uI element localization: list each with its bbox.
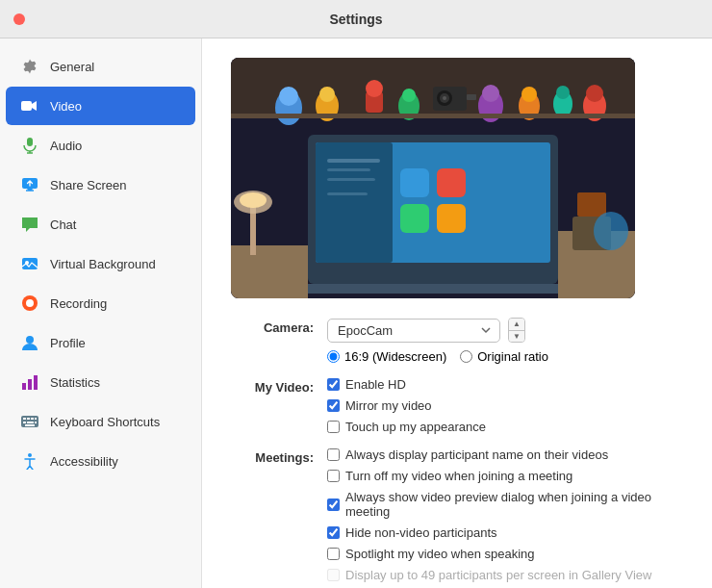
camera-preview (231, 58, 635, 298)
svg-rect-54 (400, 204, 429, 233)
camera-select-wrap: EpocCam FaceTime HD Camera Integrated Ca… (327, 318, 683, 343)
sidebar-item-virtual-background[interactable]: Virtual Background (6, 244, 195, 283)
sidebar-label-audio: Audio (50, 139, 82, 153)
svg-point-44 (556, 86, 570, 99)
svg-rect-67 (577, 192, 606, 217)
recording-icon (19, 293, 40, 314)
sidebar-item-video[interactable]: Video (6, 87, 195, 125)
svg-rect-38 (467, 94, 476, 100)
svg-point-27 (279, 87, 298, 106)
arrow-up-icon[interactable]: ▲ (509, 319, 524, 331)
svg-point-37 (443, 96, 446, 100)
svg-point-68 (594, 212, 628, 250)
sidebar-item-audio[interactable]: Audio (6, 126, 195, 165)
sidebar-item-statistics[interactable]: Statistics (6, 363, 195, 401)
sidebar-item-chat[interactable]: Chat (6, 205, 195, 243)
my-video-label: My Video: (231, 377, 327, 395)
svg-point-42 (521, 87, 537, 102)
video-icon (19, 95, 40, 116)
mirror-video-label: Mirror my video (345, 398, 432, 413)
svg-rect-2 (27, 138, 33, 146)
svg-point-29 (319, 87, 335, 102)
meetings-row: Meetings: Always display participant nam… (231, 447, 683, 582)
sidebar-label-accessibility: Accessibility (50, 454, 118, 469)
svg-rect-19 (23, 422, 26, 423)
keyboard-icon (19, 411, 40, 432)
sidebar-label-general: General (50, 60, 94, 74)
aspect-ratio-group: 16:9 (Widescreen) Original ratio (327, 349, 683, 364)
display-name-label: Always display participant name on their… (345, 447, 608, 462)
enable-hd-label: Enable HD (345, 377, 406, 392)
svg-point-33 (402, 89, 416, 102)
svg-rect-58 (327, 178, 375, 181)
sidebar-label-profile: Profile (50, 336, 86, 350)
display-49-checkbox[interactable]: Display up to 49 participants per screen… (327, 568, 683, 582)
svg-rect-52 (400, 168, 429, 197)
radio-original[interactable]: Original ratio (460, 349, 548, 364)
turn-off-video-label: Turn off my video when joining a meeting (345, 469, 572, 483)
svg-rect-17 (31, 418, 34, 420)
svg-rect-15 (23, 418, 26, 420)
camera-row: Camera: EpocCam FaceTime HD Camera Integ… (231, 318, 683, 364)
hide-non-video-checkbox[interactable]: Hide non-video participants (327, 525, 683, 540)
sidebar-label-virtual-background: Virtual Background (50, 257, 156, 271)
share-screen-icon (19, 174, 40, 195)
camera-controls: EpocCam FaceTime HD Camera Integrated Ca… (327, 318, 683, 364)
camera-select[interactable]: EpocCam FaceTime HD Camera Integrated Ca… (327, 319, 500, 343)
display-name-checkbox[interactable]: Always display participant name on their… (327, 447, 683, 462)
window-title: Settings (329, 12, 382, 27)
svg-rect-61 (231, 245, 308, 298)
svg-rect-18 (35, 418, 37, 420)
svg-rect-57 (327, 168, 370, 171)
my-video-row: My Video: Enable HD Mirror my video Touc… (231, 377, 683, 434)
svg-rect-11 (22, 383, 26, 390)
title-bar: Settings (0, 0, 712, 38)
camera-select-arrows[interactable]: ▲ ▼ (508, 318, 525, 343)
radio-widescreen-label: 16:9 (Widescreen) (344, 349, 446, 364)
profile-icon (19, 332, 40, 353)
sidebar-item-share-screen[interactable]: Share Screen (6, 166, 195, 204)
arrow-down-icon[interactable]: ▼ (509, 331, 524, 343)
sidebar-item-recording[interactable]: Recording (6, 284, 195, 322)
svg-rect-63 (250, 207, 256, 255)
radio-original-label: Original ratio (477, 349, 548, 364)
svg-rect-53 (437, 168, 466, 197)
settings-panel: Camera: EpocCam FaceTime HD Camera Integ… (202, 38, 712, 588)
sidebar-label-chat: Chat (50, 217, 76, 232)
svg-rect-21 (35, 422, 37, 423)
svg-point-23 (28, 453, 32, 457)
close-button[interactable] (13, 13, 25, 25)
radio-widescreen[interactable]: 16:9 (Widescreen) (327, 349, 446, 364)
svg-rect-60 (298, 284, 568, 294)
show-preview-dialog-checkbox[interactable]: Always show video preview dialog when jo… (327, 490, 683, 519)
accessibility-icon (19, 450, 40, 472)
svg-rect-59 (327, 192, 368, 195)
sidebar-item-accessibility[interactable]: Accessibility (6, 442, 195, 480)
sidebar-item-general[interactable]: General (6, 47, 195, 86)
svg-rect-47 (231, 114, 635, 118)
mic-icon (19, 135, 40, 156)
meetings-label: Meetings: (231, 447, 327, 465)
enable-hd-checkbox[interactable]: Enable HD (327, 377, 683, 392)
main-content: General Video Audio (0, 38, 712, 588)
svg-point-65 (240, 192, 267, 208)
svg-rect-55 (437, 204, 466, 233)
svg-point-40 (482, 85, 499, 102)
mirror-video-checkbox[interactable]: Mirror my video (327, 398, 683, 413)
sidebar-label-recording: Recording (50, 296, 107, 311)
display-49-label: Display up to 49 participants per screen… (345, 568, 651, 582)
meetings-controls: Always display participant name on their… (327, 447, 683, 582)
turn-off-video-checkbox[interactable]: Turn off my video when joining a meeting (327, 469, 683, 483)
camera-label: Camera: (231, 318, 327, 335)
statistics-icon (19, 371, 40, 393)
sidebar-item-keyboard-shortcuts[interactable]: Keyboard Shortcuts (6, 402, 195, 441)
touch-up-checkbox[interactable]: Touch up my appearance (327, 420, 683, 434)
svg-rect-16 (27, 418, 30, 420)
sidebar-item-profile[interactable]: Profile (6, 323, 195, 362)
sidebar: General Video Audio (0, 38, 202, 588)
spotlight-video-checkbox[interactable]: Spotlight my video when speaking (327, 547, 683, 561)
svg-point-31 (366, 80, 383, 97)
svg-rect-20 (27, 422, 34, 423)
svg-rect-22 (25, 424, 35, 426)
virtual-background-icon (19, 253, 40, 274)
